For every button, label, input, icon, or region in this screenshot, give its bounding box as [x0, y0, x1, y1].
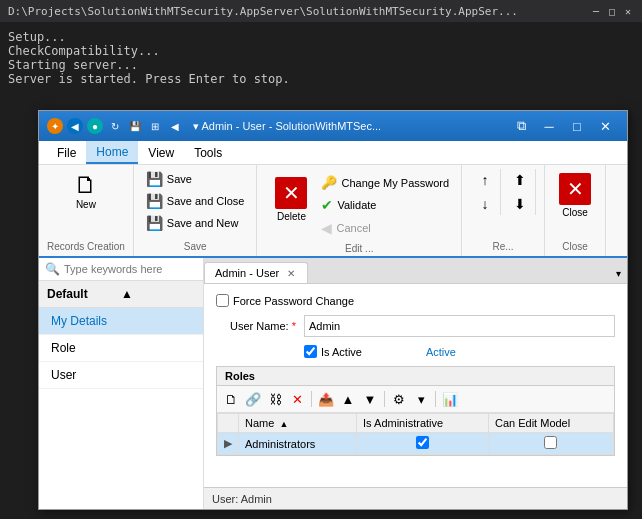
roles-table: Name ▲ Is Administrative Can Edit Model … [217, 413, 614, 455]
close-ribbon-icon: ✕ [559, 173, 591, 205]
app-icon-teal: ● [87, 118, 103, 134]
ribbon-group-close: ✕ Close Close [545, 165, 606, 256]
delete-btn-container: ✕ Delete [265, 169, 317, 230]
save-new-button[interactable]: 💾 Save and New [142, 213, 249, 233]
terminal-title: D:\Projects\SolutionWithMTSecurity.AppSe… [8, 5, 590, 18]
search-input[interactable] [64, 263, 202, 275]
change-password-button[interactable]: 🔑 Change My Password [317, 173, 453, 192]
close-ribbon-button[interactable]: ✕ Close [553, 169, 597, 222]
sidebar-item-user[interactable]: User [39, 362, 203, 389]
titlebar-window-controls: ⧉ ─ □ ✕ [507, 112, 619, 140]
terminal-min-btn[interactable]: ─ [590, 5, 602, 17]
is-active-checkbox[interactable] [304, 345, 317, 358]
re-import-btn[interactable]: ⬇ [509, 193, 531, 215]
search-icon: 🔍 [45, 262, 60, 276]
terminal-controls: ─ □ ✕ [590, 5, 634, 17]
force-password-row: Force Password Change [216, 294, 615, 307]
col-is-admin: Is Administrative [357, 414, 489, 433]
username-input[interactable] [304, 315, 615, 337]
sidebar-item-role[interactable]: Role [39, 335, 203, 362]
re-down-btn[interactable]: ↓ [474, 193, 496, 215]
roles-down-btn[interactable]: ▼ [360, 389, 380, 409]
col-name[interactable]: Name ▲ [239, 414, 357, 433]
tab-close-btn[interactable]: ✕ [285, 268, 297, 279]
roles-export-btn[interactable]: 📤 [316, 389, 336, 409]
force-password-checkbox[interactable] [216, 294, 229, 307]
validate-button[interactable]: ✔ Validate [317, 195, 453, 215]
sidebar-item-my-details[interactable]: My Details [39, 308, 203, 335]
ribbon-re-content: ↑ ↓ ⬆ ⬇ [470, 169, 536, 239]
is-admin-checkbox[interactable] [416, 436, 429, 449]
re-group-label: Re... [493, 241, 514, 252]
content-area: 🔍 Default ▲ My Details Role User Admin -… [39, 258, 627, 509]
cancel-label: Cancel [336, 222, 370, 234]
app-icon-blue: ◀ [67, 118, 83, 134]
new-button-label: New [76, 199, 96, 210]
table-row[interactable]: ▶ Administrators [218, 433, 614, 455]
terminal-close-btn[interactable]: ✕ [622, 5, 634, 17]
ribbon-group-edit: ✕ Delete 🔑 Change My Password ✔ Validate… [257, 165, 462, 256]
app-min-btn[interactable]: ─ [535, 112, 563, 140]
tab-admin-user[interactable]: Admin - User ✕ [204, 262, 308, 283]
roles-delete-btn[interactable]: ✕ [287, 389, 307, 409]
roles-up-btn[interactable]: ▲ [338, 389, 358, 409]
delete-button[interactable]: ✕ Delete [269, 173, 313, 226]
save-new-label: Save and New [167, 217, 239, 229]
row-can-edit-cell [488, 433, 613, 455]
app-close-btn[interactable]: ✕ [591, 112, 619, 140]
roles-link-btn[interactable]: 🔗 [243, 389, 263, 409]
terminal-titlebar: D:\Projects\SolutionWithMTSecurity.AppSe… [0, 0, 642, 22]
force-password-label: Force Password Change [233, 295, 354, 307]
cancel-button[interactable]: ◀ Cancel [317, 218, 453, 238]
new-doc-icon: 🗋 [74, 173, 98, 197]
menu-home[interactable]: Home [86, 141, 138, 164]
back-icon[interactable]: ◀ [167, 118, 183, 134]
save-icon[interactable]: 💾 [127, 118, 143, 134]
sidebar-section-label: Default [47, 287, 121, 301]
menu-view[interactable]: View [138, 141, 184, 164]
app-max-btn[interactable]: □ [563, 112, 591, 140]
roles-separator-3 [435, 391, 436, 407]
app-restore-btn[interactable]: ⧉ [507, 112, 535, 140]
menu-tools[interactable]: Tools [184, 141, 232, 164]
save-button-label: Save [167, 173, 192, 185]
edit-right-col: 🔑 Change My Password ✔ Validate ◀ Cancel [317, 169, 453, 238]
save-group-label: Save [184, 241, 207, 252]
app-titlebar: ✦ ◀ ● ↻ 💾 ⊞ ◀ ▾ Admin - User - SolutionW… [39, 111, 627, 141]
refresh-icon[interactable]: ↻ [107, 118, 123, 134]
roles-more-btn[interactable]: ▾ [411, 389, 431, 409]
delete-icon: ✕ [275, 177, 307, 209]
save-button[interactable]: 💾 Save [142, 169, 249, 189]
save-buttons-col: 💾 Save 💾 Save and Close 💾 Save and New [142, 169, 249, 233]
new-button[interactable]: 🗋 New [64, 169, 108, 214]
roles-add-btn[interactable]: 🗋 [221, 389, 241, 409]
ribbon-close-content: ✕ Close [553, 169, 597, 239]
re-up-btn[interactable]: ↑ [474, 169, 496, 191]
terminal-line-3: Starting server... [8, 58, 634, 72]
tab-dropdown-btn[interactable]: ▾ [610, 264, 627, 283]
sidebar: 🔍 Default ▲ My Details Role User [39, 258, 204, 509]
username-row: User Name: [216, 315, 615, 337]
terminal-line-1: Setup... [8, 30, 634, 44]
roles-unlink-btn[interactable]: ⛓ [265, 389, 285, 409]
re-export-btn[interactable]: ⬆ [509, 169, 531, 191]
roles-settings-btn[interactable]: ⚙ [389, 389, 409, 409]
grid-icon[interactable]: ⊞ [147, 118, 163, 134]
can-edit-checkbox[interactable] [544, 436, 557, 449]
re-icon-col2: ⬆ ⬇ [505, 169, 536, 215]
row-name-cell: Administrators [239, 433, 357, 455]
menu-bar: File Home View Tools [39, 141, 627, 165]
status-text: User: Admin [212, 493, 272, 505]
key-icon: 🔑 [321, 175, 337, 190]
roles-table-header-row: Name ▲ Is Administrative Can Edit Model [218, 414, 614, 433]
ribbon-group-save: 💾 Save 💾 Save and Close 💾 Save and New S… [134, 165, 258, 256]
roles-report-btn[interactable]: 📊 [440, 389, 460, 409]
validate-label: Validate [337, 199, 376, 211]
status-bar: User: Admin [204, 487, 627, 509]
save-close-button[interactable]: 💾 Save and Close [142, 191, 249, 211]
row-is-admin-cell [357, 433, 489, 455]
terminal-max-btn[interactable]: □ [606, 5, 618, 17]
sidebar-section-default[interactable]: Default ▲ [39, 281, 203, 308]
cancel-icon: ◀ [321, 220, 332, 236]
menu-file[interactable]: File [47, 141, 86, 164]
